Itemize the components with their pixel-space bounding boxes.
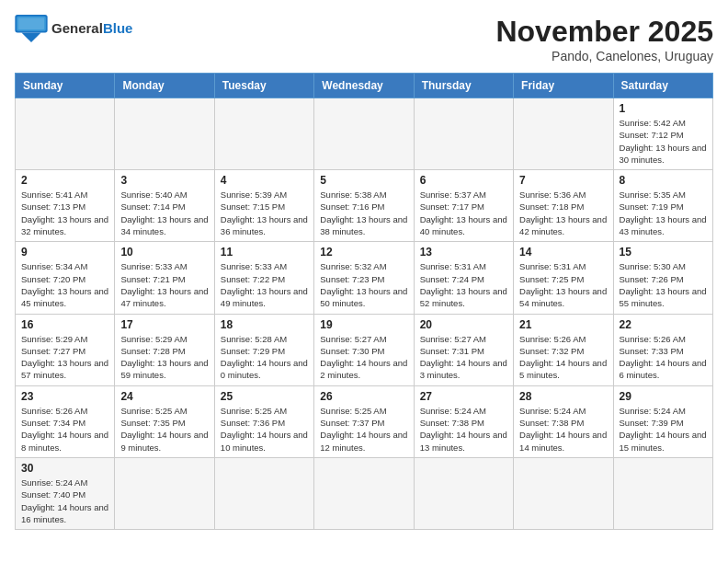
title-area: November 2025 Pando, Canelones, Uruguay — [495, 15, 713, 63]
calendar-header: SundayMondayTuesdayWednesdayThursdayFrid… — [16, 74, 713, 98]
calendar-cell: 20Sunrise: 5:27 AMSunset: 7:31 PMDayligh… — [414, 314, 513, 385]
calendar-cell: 1Sunrise: 5:42 AMSunset: 7:12 PMDaylight… — [613, 98, 712, 170]
day-number: 11 — [221, 246, 308, 259]
calendar-cell: 17Sunrise: 5:29 AMSunset: 7:28 PMDayligh… — [115, 314, 214, 385]
day-info: Sunrise: 5:29 AMSunset: 7:28 PMDaylight:… — [120, 333, 208, 382]
calendar-cell — [314, 98, 414, 170]
calendar-cell: 4Sunrise: 5:39 AMSunset: 7:15 PMDaylight… — [214, 170, 313, 242]
calendar-cell: 18Sunrise: 5:28 AMSunset: 7:29 PMDayligh… — [214, 314, 313, 385]
calendar-cell: 29Sunrise: 5:24 AMSunset: 7:39 PMDayligh… — [613, 385, 712, 457]
calendar-cell: 11Sunrise: 5:33 AMSunset: 7:22 PMDayligh… — [214, 242, 313, 314]
day-number: 27 — [420, 390, 507, 403]
day-number: 28 — [519, 390, 607, 403]
day-number: 26 — [320, 390, 407, 403]
day-info: Sunrise: 5:29 AMSunset: 7:27 PMDaylight:… — [21, 333, 108, 382]
day-number: 18 — [221, 318, 308, 331]
calendar-cell — [514, 98, 613, 170]
weekday-header-monday: Monday — [115, 74, 214, 98]
day-number: 6 — [420, 174, 507, 187]
location: Pando, Canelones, Uruguay — [495, 49, 713, 63]
day-info: Sunrise: 5:25 AMSunset: 7:35 PMDaylight:… — [120, 405, 208, 454]
day-number: 14 — [519, 246, 607, 259]
day-info: Sunrise: 5:32 AMSunset: 7:23 PMDaylight:… — [320, 260, 407, 309]
day-number: 15 — [620, 246, 707, 259]
weekday-header-tuesday: Tuesday — [214, 74, 313, 98]
day-number: 29 — [620, 390, 707, 403]
calendar-cell: 30Sunrise: 5:24 AMSunset: 7:40 PMDayligh… — [16, 457, 115, 529]
calendar-cell: 16Sunrise: 5:29 AMSunset: 7:27 PMDayligh… — [16, 314, 115, 385]
calendar-cell: 5Sunrise: 5:38 AMSunset: 7:16 PMDaylight… — [314, 170, 414, 242]
day-info: Sunrise: 5:33 AMSunset: 7:22 PMDaylight:… — [221, 260, 308, 309]
day-number: 3 — [120, 174, 208, 187]
day-number: 17 — [120, 318, 208, 331]
day-info: Sunrise: 5:36 AMSunset: 7:18 PMDaylight:… — [519, 189, 607, 237]
header: GeneralBlue November 2025 Pando, Canelon… — [15, 15, 713, 63]
calendar-cell: 6Sunrise: 5:37 AMSunset: 7:17 PMDaylight… — [414, 170, 513, 242]
day-number: 1 — [620, 102, 707, 115]
svg-rect-3 — [18, 18, 44, 29]
day-number: 10 — [120, 246, 208, 259]
day-number: 23 — [21, 390, 108, 403]
day-info: Sunrise: 5:24 AMSunset: 7:40 PMDaylight:… — [21, 477, 108, 525]
day-info: Sunrise: 5:42 AMSunset: 7:12 PMDaylight:… — [620, 117, 707, 166]
day-info: Sunrise: 5:30 AMSunset: 7:26 PMDaylight:… — [620, 260, 707, 309]
calendar-cell: 26Sunrise: 5:25 AMSunset: 7:37 PMDayligh… — [314, 385, 414, 457]
day-info: Sunrise: 5:25 AMSunset: 7:36 PMDaylight:… — [221, 405, 308, 454]
calendar-cell: 9Sunrise: 5:34 AMSunset: 7:20 PMDaylight… — [16, 242, 115, 314]
calendar-cell — [214, 98, 313, 170]
day-number: 4 — [221, 174, 308, 187]
day-info: Sunrise: 5:24 AMSunset: 7:38 PMDaylight:… — [420, 405, 507, 454]
day-number: 25 — [221, 390, 308, 403]
calendar: SundayMondayTuesdayWednesdayThursdayFrid… — [15, 73, 713, 530]
calendar-cell: 25Sunrise: 5:25 AMSunset: 7:36 PMDayligh… — [214, 385, 313, 457]
calendar-cell: 10Sunrise: 5:33 AMSunset: 7:21 PMDayligh… — [115, 242, 214, 314]
day-info: Sunrise: 5:34 AMSunset: 7:20 PMDaylight:… — [21, 260, 108, 309]
day-info: Sunrise: 5:40 AMSunset: 7:14 PMDaylight:… — [120, 189, 208, 237]
calendar-cell: 2Sunrise: 5:41 AMSunset: 7:13 PMDaylight… — [16, 170, 115, 242]
day-info: Sunrise: 5:33 AMSunset: 7:21 PMDaylight:… — [120, 260, 208, 309]
day-number: 21 — [519, 318, 607, 331]
calendar-cell: 28Sunrise: 5:24 AMSunset: 7:38 PMDayligh… — [514, 385, 613, 457]
day-info: Sunrise: 5:41 AMSunset: 7:13 PMDaylight:… — [21, 189, 108, 237]
calendar-cell — [115, 98, 214, 170]
day-info: Sunrise: 5:26 AMSunset: 7:32 PMDaylight:… — [519, 333, 607, 382]
weekday-header-friday: Friday — [514, 74, 613, 98]
calendar-cell: 12Sunrise: 5:32 AMSunset: 7:23 PMDayligh… — [314, 242, 414, 314]
calendar-cell: 22Sunrise: 5:26 AMSunset: 7:33 PMDayligh… — [613, 314, 712, 385]
day-info: Sunrise: 5:27 AMSunset: 7:30 PMDaylight:… — [320, 333, 407, 382]
day-info: Sunrise: 5:24 AMSunset: 7:38 PMDaylight:… — [519, 405, 607, 454]
calendar-cell — [16, 98, 115, 170]
day-info: Sunrise: 5:27 AMSunset: 7:31 PMDaylight:… — [420, 333, 507, 382]
day-info: Sunrise: 5:28 AMSunset: 7:29 PMDaylight:… — [221, 333, 308, 382]
day-info: Sunrise: 5:26 AMSunset: 7:33 PMDaylight:… — [620, 333, 707, 382]
day-info: Sunrise: 5:39 AMSunset: 7:15 PMDaylight:… — [221, 189, 308, 237]
calendar-cell: 27Sunrise: 5:24 AMSunset: 7:38 PMDayligh… — [414, 385, 513, 457]
calendar-cell: 23Sunrise: 5:26 AMSunset: 7:34 PMDayligh… — [16, 385, 115, 457]
calendar-cell — [414, 98, 513, 170]
logo: GeneralBlue — [15, 15, 132, 42]
calendar-cell — [214, 457, 313, 529]
calendar-cell: 19Sunrise: 5:27 AMSunset: 7:30 PMDayligh… — [314, 314, 414, 385]
day-number: 24 — [120, 390, 208, 403]
day-number: 8 — [620, 174, 707, 187]
day-number: 22 — [620, 318, 707, 331]
day-number: 5 — [320, 174, 407, 187]
calendar-cell: 3Sunrise: 5:40 AMSunset: 7:14 PMDaylight… — [115, 170, 214, 242]
day-number: 19 — [320, 318, 407, 331]
day-info: Sunrise: 5:26 AMSunset: 7:34 PMDaylight:… — [21, 405, 108, 454]
day-number: 9 — [21, 246, 108, 259]
day-number: 16 — [21, 318, 108, 331]
calendar-cell — [115, 457, 214, 529]
calendar-cell: 13Sunrise: 5:31 AMSunset: 7:24 PMDayligh… — [414, 242, 513, 314]
day-info: Sunrise: 5:25 AMSunset: 7:37 PMDaylight:… — [320, 405, 407, 454]
day-number: 30 — [21, 462, 108, 475]
day-info: Sunrise: 5:37 AMSunset: 7:17 PMDaylight:… — [420, 189, 507, 237]
day-info: Sunrise: 5:31 AMSunset: 7:25 PMDaylight:… — [519, 260, 607, 309]
calendar-cell — [414, 457, 513, 529]
day-number: 13 — [420, 246, 507, 259]
day-info: Sunrise: 5:38 AMSunset: 7:16 PMDaylight:… — [320, 189, 407, 237]
weekday-header-thursday: Thursday — [414, 74, 513, 98]
calendar-cell: 14Sunrise: 5:31 AMSunset: 7:25 PMDayligh… — [514, 242, 613, 314]
svg-marker-1 — [21, 32, 40, 42]
calendar-cell — [613, 457, 712, 529]
